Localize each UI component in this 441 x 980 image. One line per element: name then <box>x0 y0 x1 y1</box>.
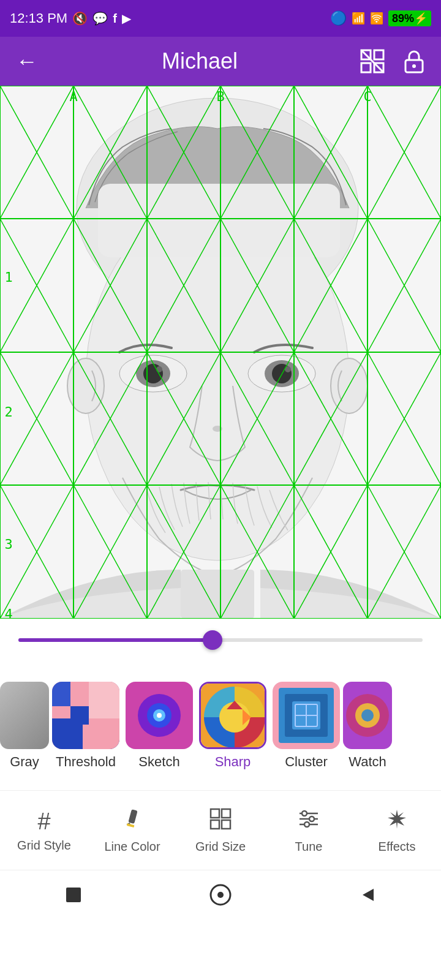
home-icon <box>208 883 233 907</box>
slider-area[interactable] <box>0 619 441 662</box>
wifi-icon: 🛜 <box>370 12 383 25</box>
filter-item-sharp[interactable]: Sharp <box>196 682 270 770</box>
tool-tune[interactable]: Tune <box>272 807 345 854</box>
svg-point-113 <box>361 709 374 722</box>
filter-thumb-watch <box>343 682 392 749</box>
svg-point-6 <box>412 64 416 68</box>
svg-rect-114 <box>128 809 137 824</box>
tool-line-color-label: Line Color <box>104 840 160 854</box>
tool-grid-style[interactable]: # Grid Style <box>7 809 81 853</box>
svg-text:1: 1 <box>4 270 12 285</box>
tune-svg-icon <box>297 807 320 831</box>
status-right: 🔵 📶 🛜 89%⚡ <box>330 10 431 26</box>
page-title: Michael <box>162 48 238 74</box>
grid-toggle-button[interactable] <box>358 47 387 76</box>
filter-label-threshold: Threshold <box>56 754 116 770</box>
youtube-icon: ▶ <box>122 11 131 26</box>
filter-label-sharp: Sharp <box>215 754 251 770</box>
lock-button[interactable] <box>399 47 429 76</box>
filter-item-cluster[interactable]: Cluster <box>270 682 343 770</box>
nav-stop-button[interactable] <box>55 876 92 913</box>
svg-text:2: 2 <box>4 404 12 420</box>
filter-item-watch[interactable]: Watch <box>343 682 392 770</box>
filter-item-threshold[interactable]: Threshold <box>49 682 123 770</box>
grid-size-svg-icon <box>209 807 232 831</box>
filter-item-gray[interactable]: Gray <box>0 682 49 770</box>
message-icon: 💬 <box>92 11 108 26</box>
svg-text:3: 3 <box>4 537 12 552</box>
back-icon <box>355 883 380 907</box>
top-bar-icons <box>358 47 429 76</box>
slider-track[interactable] <box>18 638 423 642</box>
image-area: A B C 1 2 3 4 <box>0 86 441 619</box>
status-left: 12:13 PM 🔇 💬 f ▶ <box>10 10 131 26</box>
filter-row: Gray Threshold Sketch <box>0 662 441 790</box>
grid-size-icon <box>209 807 232 836</box>
svg-rect-118 <box>222 809 230 818</box>
svg-line-4 <box>361 50 383 72</box>
filter-label-gray: Gray <box>10 754 39 770</box>
filter-thumb-cluster <box>273 682 340 749</box>
tool-grid-style-label: Grid Style <box>17 839 71 853</box>
tool-tune-label: Tune <box>295 840 323 854</box>
svg-marker-130 <box>363 889 374 901</box>
nav-home-button[interactable] <box>202 876 239 913</box>
svg-rect-116 <box>127 823 135 827</box>
svg-point-14 <box>156 366 162 372</box>
pencil-icon <box>121 807 144 831</box>
svg-rect-119 <box>211 820 219 829</box>
back-button[interactable]: ← <box>12 47 42 76</box>
status-bar: 12:13 PM 🔇 💬 f ▶ 🔵 📶 🛜 89%⚡ <box>0 0 441 37</box>
tool-effects[interactable]: Effects <box>360 807 434 854</box>
effects-svg-icon <box>385 807 409 831</box>
time: 12:13 PM <box>10 10 67 26</box>
top-bar: ← Michael <box>0 37 441 86</box>
svg-rect-120 <box>222 820 230 829</box>
svg-rect-117 <box>211 809 219 818</box>
svg-text:C: C <box>363 89 371 104</box>
slider-thumb[interactable] <box>203 630 222 650</box>
svg-rect-94 <box>89 682 119 718</box>
battery: 89%⚡ <box>388 10 431 26</box>
tool-line-color[interactable]: Line Color <box>96 807 169 854</box>
mute-icon: 🔇 <box>72 11 88 26</box>
filter-label-sketch: Sketch <box>138 754 179 770</box>
svg-rect-1 <box>374 50 383 59</box>
svg-rect-127 <box>66 888 81 902</box>
svg-rect-2 <box>361 63 371 72</box>
svg-rect-93 <box>52 682 70 706</box>
svg-text:4: 4 <box>4 606 12 619</box>
tune-icon <box>297 807 320 836</box>
lock-icon <box>401 48 428 75</box>
effects-icon <box>385 807 409 836</box>
filter-thumb-sketch <box>126 682 193 749</box>
facebook-icon: f <box>113 12 117 26</box>
filter-label-cluster: Cluster <box>285 754 328 770</box>
svg-point-125 <box>309 816 314 821</box>
svg-rect-92 <box>70 706 89 725</box>
grid-style-icon: # <box>37 809 50 835</box>
filter-thumb-gray <box>0 682 49 749</box>
svg-point-126 <box>304 822 309 827</box>
tool-grid-size[interactable]: Grid Size <box>184 807 257 854</box>
filter-thumb-threshold <box>52 682 119 749</box>
signal-icon: 📶 <box>352 12 365 25</box>
filter-thumb-sharp <box>199 682 266 749</box>
sketch-image: A B C 1 2 3 4 <box>0 86 441 619</box>
bluetooth-icon: 🔵 <box>330 10 347 26</box>
grid-off-icon <box>359 48 386 75</box>
tool-effects-label: Effects <box>379 840 416 854</box>
filter-item-sketch[interactable]: Sketch <box>123 682 196 770</box>
svg-text:A: A <box>69 89 77 104</box>
stop-icon <box>61 883 86 907</box>
svg-point-129 <box>217 892 224 898</box>
filter-label-watch: Watch <box>349 754 386 770</box>
svg-text:B: B <box>216 89 224 104</box>
tool-grid-size-label: Grid Size <box>195 840 246 854</box>
nav-back-button[interactable] <box>349 876 386 913</box>
slider-fill <box>18 638 213 642</box>
svg-point-99 <box>157 713 162 718</box>
nav-bar <box>0 870 441 919</box>
line-color-icon <box>121 807 144 836</box>
bottom-toolbar: # Grid Style Line Color Grid Size <box>0 790 441 870</box>
